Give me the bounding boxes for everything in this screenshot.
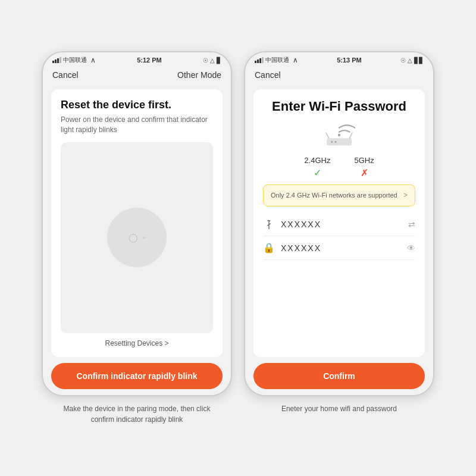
location-icon: ☉ <box>203 57 208 64</box>
carrier-text: 中国联通 <box>63 56 87 64</box>
phone2: 中国联通 ∧ 5:13 PM ☉ △ ▊▊ Cancel Enter Wi-Fi… <box>244 51 434 396</box>
phone1-nav: Cancel Other Mode <box>43 67 231 83</box>
svg-rect-1 <box>327 138 352 145</box>
freq-24-check: ✓ <box>314 167 321 178</box>
svg-point-3 <box>334 141 337 143</box>
phone1-status-right: ☉ △ ▊ <box>203 57 221 64</box>
eye-icon: 👁 <box>407 243 415 253</box>
confirm-blink-button[interactable]: Confirm indicator rapidly blink <box>51 363 223 389</box>
phone1-caption: Make the device in the paring mode, then… <box>54 403 220 425</box>
phone1-status-left: 中国联通 ∧ <box>52 56 96 64</box>
freq-24-item: 2.4GHz ✓ <box>304 156 330 178</box>
phone1-time: 5:12 PM <box>137 57 162 64</box>
phone1-card-title: Reset the device first. <box>61 99 213 111</box>
phone2-cancel[interactable]: Cancel <box>255 70 281 80</box>
phone1-status-bar: 中国联通 ∧ 5:12 PM ☉ △ ▊ <box>43 52 231 67</box>
device-inner: ◯ ● <box>129 233 146 242</box>
phone2-wrapper: 中国联通 ∧ 5:13 PM ☉ △ ▊▊ Cancel Enter Wi-Fi… <box>244 51 434 414</box>
device-circle: ◯ ● <box>107 208 167 267</box>
freq-5-label: 5GHz <box>354 156 374 165</box>
router-icon-area <box>263 123 415 149</box>
reset-link[interactable]: Resetting Devices > <box>61 339 213 347</box>
password-value[interactable]: XXXXXX <box>281 243 401 253</box>
circle-dot: ● <box>143 235 146 240</box>
phone1-card: Reset the device first. Power on the dev… <box>51 89 223 357</box>
signal-bars-2 <box>255 57 264 63</box>
freq-5-item: 5GHz ✗ <box>354 156 374 178</box>
svg-point-2 <box>331 141 333 143</box>
phone2-content: Enter Wi-Fi Password <box>245 83 433 395</box>
phone1-content: Reset the device first. Power on the dev… <box>43 83 231 395</box>
location-icon-2: ☉ <box>400 57 406 64</box>
phone1-card-subtitle: Power on the device and confirm that ind… <box>61 115 213 135</box>
phone2-caption-text: Eneter your home wifi and password <box>281 405 397 413</box>
phone1-caption-text: Make the device in the paring mode, then… <box>64 405 211 424</box>
wifi-title: Enter Wi-Fi Password <box>263 99 415 114</box>
phone1-wrapper: 中国联通 ∧ 5:12 PM ☉ △ ▊ Cancel Other Mode R… <box>42 51 232 425</box>
battery-icon-2: ▊▊ <box>414 57 424 64</box>
phone2-status-right: ☉ △ ▊▊ <box>400 57 424 64</box>
phone2-caption: Eneter your home wifi and password <box>281 403 397 414</box>
signal-bars <box>52 57 61 63</box>
svg-line-5 <box>350 133 352 139</box>
wifi-input-icon: ∤̃ <box>263 218 275 230</box>
freq-5-cross: ✗ <box>361 167 368 178</box>
frequency-row: 2.4GHz ✓ 5GHz ✗ <box>263 156 415 178</box>
svg-line-4 <box>326 133 328 139</box>
phone2-card: Enter Wi-Fi Password <box>253 89 425 357</box>
notification-icon-2: △ <box>408 57 412 64</box>
phone2-status-left: 中国联通 ∧ <box>255 56 298 64</box>
ssid-row: ∤̃ XXXXXX ⇄ <box>263 212 415 236</box>
warning-box[interactable]: Only 2.4 GHz Wi-Fi networks are supporte… <box>263 184 415 206</box>
phone2-time: 5:13 PM <box>337 57 362 64</box>
ssid-action-icon: ⇄ <box>408 220 415 229</box>
freq-24-label: 2.4GHz <box>304 156 330 165</box>
password-row: 🔒 XXXXXX 👁 <box>263 236 415 260</box>
phone2-status-bar: 中国联通 ∧ 5:13 PM ☉ △ ▊▊ <box>245 52 433 67</box>
phone1: 中国联通 ∧ 5:12 PM ☉ △ ▊ Cancel Other Mode R… <box>42 51 232 396</box>
ssid-value[interactable]: XXXXXX <box>281 220 402 229</box>
device-image-area: ◯ ● <box>61 142 213 333</box>
main-container: 中国联通 ∧ 5:12 PM ☉ △ ▊ Cancel Other Mode R… <box>30 39 446 437</box>
phone2-nav: Cancel <box>245 67 433 83</box>
power-icon: ◯ <box>129 233 138 242</box>
carrier-text-2: 中国联通 <box>265 56 289 64</box>
notification-icon: △ <box>210 57 215 64</box>
wifi-icon-2: ∧ <box>293 56 298 64</box>
svg-point-0 <box>338 134 340 136</box>
phone1-cancel[interactable]: Cancel <box>52 70 79 80</box>
lock-icon: 🔒 <box>263 242 275 253</box>
wifi-icon: ∧ <box>90 56 96 64</box>
confirm-wifi-button[interactable]: Confirm <box>253 363 425 389</box>
phone1-other-mode[interactable]: Other Mode <box>177 70 221 80</box>
router-icon <box>318 123 360 149</box>
battery-icon: ▊ <box>217 57 221 64</box>
warning-arrow: > <box>403 191 408 199</box>
warning-text: Only 2.4 GHz Wi-Fi networks are supporte… <box>271 191 400 200</box>
